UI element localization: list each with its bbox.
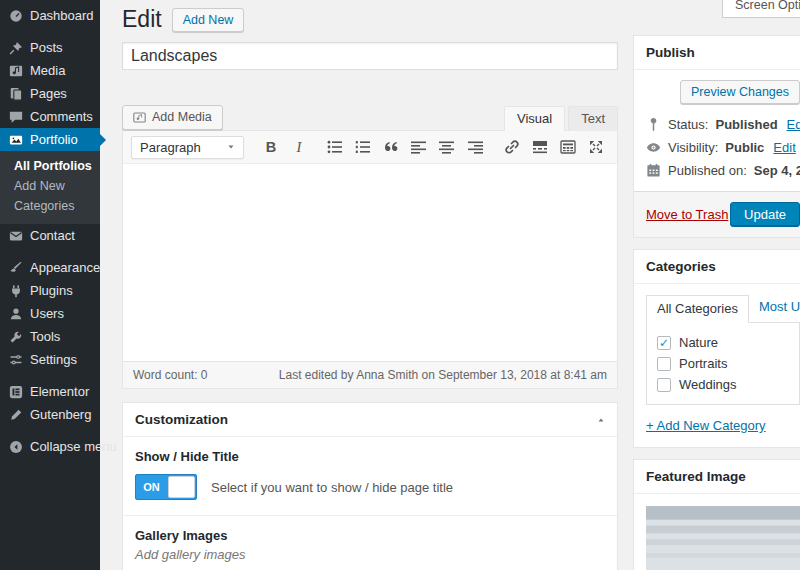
tab-text[interactable]: Text [568,106,618,131]
update-button[interactable]: Update [730,202,800,227]
screen-options-tab[interactable]: Screen Options [722,0,800,18]
add-new-button[interactable]: Add New [172,8,245,32]
sidebar-item-label: Contact [30,228,75,243]
tab-most-used[interactable]: Most Used [749,294,800,322]
sidebar-item-media[interactable]: Media [0,59,100,82]
sidebar-item-plugins[interactable]: Plugins [0,279,100,302]
preview-changes-button[interactable]: Preview Changes [680,80,800,104]
publish-panel: Publish Preview Changes Status: Publishe… [633,35,800,238]
visibility-edit-link[interactable]: Edit [773,140,795,155]
sidebar-item-settings[interactable]: Settings [0,348,100,371]
tab-visual[interactable]: Visual [504,106,565,131]
submenu-item-add-new[interactable]: Add New [0,176,100,196]
featured-image-panel-header[interactable]: Featured Image [634,460,800,494]
align-left-button[interactable] [406,135,432,159]
portfolio-icon [9,133,23,147]
customization-body: Show / Hide Title ON Select if you want … [123,437,617,570]
publish-panel-header[interactable]: Publish [634,36,800,70]
sidebar-item-label: Appearance [30,260,100,275]
sidebar-item-comments[interactable]: Comments [0,105,100,128]
read-more-button[interactable] [527,135,553,159]
sidebar-item-collapse-menu[interactable]: Collapse menu [0,435,100,458]
numbered-list-icon [355,139,371,155]
bulleted-list-button[interactable] [322,135,348,159]
customization-panel-header[interactable]: Customization [123,403,617,437]
categories-panel-header[interactable]: Categories [634,250,800,284]
sidebar-item-elementor[interactable]: Elementor [0,380,100,403]
insert-link-button[interactable] [498,135,524,159]
sidebar-item-pages[interactable]: Pages [0,82,100,105]
move-to-trash-link[interactable]: Move to Trash [646,207,728,222]
editor-content-area[interactable] [123,164,617,361]
sidebar-item-dashboard[interactable]: Dashboard [0,4,100,27]
visibility-row: Visibility: Public Edit [634,136,800,159]
featured-image-photo[interactable] [646,506,800,570]
word-count: Word count: 0 [133,368,208,382]
last-edited-text: Last edited by Anna Smith on September 1… [279,368,607,382]
checkbox-nature[interactable]: ✓ [657,336,671,350]
status-edit-link[interactable]: Edit [787,117,800,132]
paragraph-dropdown[interactable]: Paragraph [131,136,244,159]
posts-icon [9,41,23,55]
align-right-button[interactable] [463,135,489,159]
sidebar-item-gutenberg[interactable]: Gutenberg [0,403,100,426]
checkbox-weddings[interactable] [657,378,671,392]
align-center-button[interactable] [434,135,460,159]
categories-checklist: ✓ Nature Portraits Weddings [646,322,800,405]
sidebar-item-users[interactable]: Users [0,302,100,325]
bold-button[interactable]: B [258,135,284,159]
categories-panel: Categories All Categories Most Used ✓ Na… [633,249,800,448]
pin-icon [646,117,661,132]
bold-icon: B [266,139,276,155]
editor-tools-row: Add Media Visual Text [122,105,618,130]
italic-button[interactable]: I [286,135,312,159]
customization-panel: Customization Show / Hide Title ON Selec… [122,402,618,570]
sidebar-item-contact[interactable]: Contact [0,224,100,247]
collapse-panel-icon[interactable] [597,416,605,424]
status-value: Published [715,117,777,132]
add-media-button[interactable]: Add Media [122,105,223,130]
sidebar-item-tools[interactable]: Tools [0,325,100,348]
paragraph-dropdown-value: Paragraph [140,140,201,155]
toolbar-toggle-button[interactable] [555,135,581,159]
submenu-item-categories[interactable]: Categories [0,196,100,216]
category-option-nature[interactable]: ✓ Nature [657,332,789,353]
page-header: Edit Add New [122,0,618,33]
add-new-category-link[interactable]: + Add New Category [646,418,766,433]
media-icon [133,111,146,124]
blockquote-icon [383,139,399,155]
categories-tabs: All Categories Most Used [646,294,800,322]
category-label: Weddings [679,377,737,392]
category-label: Nature [679,335,718,350]
toggle-on-label: ON [135,481,168,493]
sidebar-item-appearance[interactable]: Appearance [0,256,100,279]
category-option-weddings[interactable]: Weddings [657,374,789,395]
status-row: Status: Published Edit [634,113,800,136]
show-hide-title-toggle[interactable]: ON [135,474,197,500]
menu-separator [0,426,100,435]
sidebar-item-label: Comments [30,109,93,124]
category-option-portraits[interactable]: Portraits [657,353,789,374]
customization-title: Customization [135,412,228,427]
sidebar-item-portfolio[interactable]: Portfolio [0,128,100,151]
submenu-item-all-portfolios[interactable]: All Portfolios [0,156,100,176]
categories-body: All Categories Most Used ✓ Nature Portra… [634,284,800,447]
classic-editor: Paragraph B I Word count: 0 Last edit [122,130,618,389]
numbered-list-button[interactable] [350,135,376,159]
sidebar-item-label: Elementor [30,384,89,399]
page-title: Edit [122,6,162,33]
sidebar-item-label: Dashboard [30,8,94,23]
visibility-value: Public [725,140,764,155]
tab-all-categories[interactable]: All Categories [646,295,749,323]
blockquote-button[interactable] [378,135,404,159]
show-hide-title-label: Show / Hide Title [135,449,605,464]
fullscreen-button[interactable] [583,135,609,159]
pages-icon [9,87,23,101]
sidebar-item-label: Posts [30,40,63,55]
checkbox-portraits[interactable] [657,357,671,371]
post-title-input[interactable] [122,42,618,70]
editor-status-bar: Word count: 0 Last edited by Anna Smith … [123,361,617,388]
sidebar-item-label: Settings [30,352,77,367]
fullscreen-icon [588,139,604,155]
sidebar-item-posts[interactable]: Posts [0,36,100,59]
